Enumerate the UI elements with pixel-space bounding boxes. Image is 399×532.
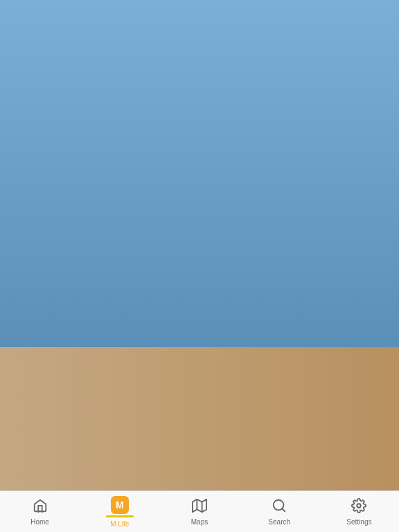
tab-maps-label: Maps xyxy=(191,518,208,526)
rec-card-intramural[interactable]: Intramural S 10:00 AM - 2:00 PM, Op xyxy=(331,335,393,459)
maps-icon xyxy=(192,498,207,517)
settings-icon xyxy=(351,498,366,517)
tab-settings-label: Settings xyxy=(346,518,371,526)
mlife-icon: M xyxy=(111,496,129,514)
search-icon xyxy=(272,498,287,517)
tab-mlife[interactable]: M M Life xyxy=(80,493,159,531)
tab-home[interactable]: Home xyxy=(0,495,80,529)
intramural-photo xyxy=(331,335,393,418)
svg-line-4 xyxy=(282,508,285,511)
tab-home-label: Home xyxy=(30,518,49,526)
rec-cards-scroll[interactable]: Central Campus Recreation Building Close… xyxy=(0,335,399,468)
tab-maps[interactable]: Maps xyxy=(159,495,239,529)
home-icon xyxy=(33,498,48,517)
rec-sports-section: Rec Sports Central Campus Recreation Bui… xyxy=(0,308,399,468)
tab-search-label: Search xyxy=(268,518,290,526)
scroll-content: Dining Favorites Edit ✏️ ★ Choose your f… xyxy=(0,19,399,532)
tab-search[interactable]: Search xyxy=(240,495,319,529)
svg-point-5 xyxy=(357,504,362,508)
svg-marker-0 xyxy=(193,499,206,511)
intramural-image xyxy=(331,335,393,418)
tab-mlife-label: M Life xyxy=(110,520,129,528)
tab-settings[interactable]: Settings xyxy=(319,495,399,529)
mlife-active-indicator xyxy=(106,515,134,517)
tab-bar: Home M M Life Maps Search Settings xyxy=(0,490,399,532)
